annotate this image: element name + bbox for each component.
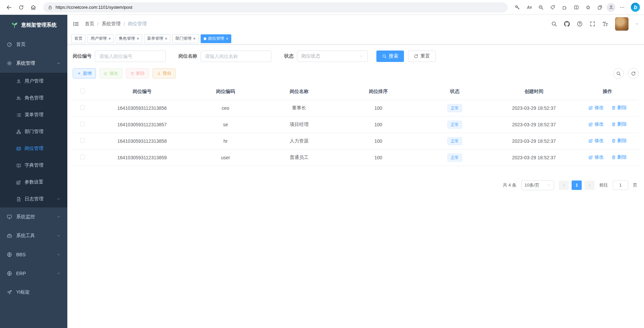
post-name-input[interactable] [201, 51, 271, 62]
row-checkbox[interactable] [80, 138, 85, 143]
list-icon [16, 112, 21, 118]
post-table: 岗位编号 岗位编码 岗位名称 岗位排序 状态 创建时间 操作 16410305 [73, 84, 639, 166]
search-button[interactable]: 搜索 [376, 51, 404, 62]
sidebar-item-department-management[interactable]: 部门管理 [0, 123, 67, 140]
sidebar-item-yi-framework[interactable]: Yi框架 [0, 283, 67, 302]
read-aloud-button[interactable] [524, 2, 534, 12]
page-content: 岗位编号 岗位名称 状态 岗位状态 搜索 重置 [67, 44, 644, 328]
close-icon[interactable]: × [193, 37, 196, 41]
row-edit-button[interactable]: 修改 [588, 105, 604, 111]
site-info-lock-icon[interactable] [48, 5, 53, 10]
status-select[interactable]: 岗位状态 [297, 51, 368, 62]
close-icon[interactable]: × [137, 37, 139, 41]
help-icon[interactable] [577, 21, 583, 27]
read-aloud-icon [527, 5, 532, 10]
export-button[interactable]: 导出 [152, 68, 176, 78]
add-button[interactable]: 新增 [73, 68, 96, 78]
fullscreen-icon[interactable] [589, 21, 596, 27]
sidebar-item-label: 菜单管理 [25, 112, 43, 118]
row-checkbox[interactable] [80, 122, 85, 126]
pager: 1 [559, 181, 595, 190]
header-search-icon[interactable] [551, 21, 557, 27]
reload-button[interactable] [16, 2, 26, 12]
sidebar-item-erp[interactable]: ERP [0, 264, 67, 283]
goto-page-input[interactable] [613, 181, 628, 190]
sidebar-item-bbs[interactable]: BBS [0, 245, 67, 264]
sidebar-item-dictionary-management[interactable]: 字典管理 [0, 157, 67, 174]
row-edit-button[interactable]: 修改 [588, 138, 604, 144]
tab-post-management[interactable]: 岗位管理 × [201, 34, 231, 43]
row-edit-button[interactable]: 修改 [588, 154, 604, 160]
col-header-status: 状态 [418, 84, 492, 100]
browser-home-button[interactable] [28, 2, 38, 12]
row-delete-button[interactable]: 删除 [611, 138, 627, 144]
sidebar-item-system-monitor[interactable]: 系统监控 [0, 207, 67, 226]
sidebar-item-post-management[interactable]: 岗位管理 [0, 140, 67, 157]
tab-menu-management[interactable]: 菜单管理 × [144, 34, 170, 43]
toggle-search-button[interactable] [613, 68, 624, 79]
book-icon [16, 163, 21, 168]
row-delete-label: 删除 [617, 121, 627, 127]
tab-user-management[interactable]: 用户管理 × [88, 34, 114, 43]
row-delete-button[interactable]: 删除 [611, 105, 627, 111]
address-bar[interactable]: https://ccnetcore.com:1101/system/post [43, 2, 508, 12]
row-delete-button[interactable]: 删除 [611, 154, 627, 160]
password-key-button[interactable] [512, 2, 522, 12]
github-icon[interactable] [564, 21, 570, 27]
user-menu-caret-icon[interactable] [635, 22, 639, 26]
edit-button-label: 修改 [109, 70, 118, 76]
page-1-button[interactable]: 1 [572, 181, 582, 190]
sidebar-collapse-icon[interactable] [73, 21, 79, 27]
post-code-input[interactable] [95, 51, 166, 62]
tab-department-management[interactable]: 部门管理 × [172, 34, 199, 43]
collections-button[interactable] [595, 2, 605, 12]
tab-home[interactable]: 首页 [71, 34, 86, 43]
split-screen-button[interactable] [571, 2, 581, 12]
browser-profile-avatar[interactable] [607, 3, 615, 12]
col-header-post-sort: 岗位排序 [339, 84, 418, 100]
close-icon[interactable]: × [165, 37, 167, 41]
sidebar-item-system-management[interactable]: 系统管理 [0, 54, 67, 73]
breadcrumb-home[interactable]: 首页 [85, 21, 94, 27]
sidebar-item-system-tools[interactable]: 系统工具 [0, 226, 67, 245]
user-avatar[interactable] [615, 17, 629, 31]
cell-created: 2023-03-29 18:52:37 [492, 116, 576, 133]
users-icon [16, 96, 21, 101]
chevron-down-icon [57, 271, 61, 275]
font-size-icon[interactable] [602, 21, 608, 27]
refresh-table-button[interactable] [628, 68, 639, 79]
sidebar-item-home[interactable]: 首页 [0, 35, 67, 54]
zoom-button[interactable] [536, 2, 546, 12]
dashboard-icon [7, 42, 12, 47]
sidebar-item-log-management[interactable]: 日志管理 [0, 191, 67, 207]
reset-button[interactable]: 重置 [408, 51, 436, 62]
sidebar-item-label: 岗位管理 [25, 145, 43, 152]
row-edit-button[interactable]: 修改 [588, 121, 604, 127]
browser-essentials-button[interactable] [548, 2, 558, 12]
row-checkbox[interactable] [80, 105, 85, 110]
favorites-button[interactable] [583, 2, 593, 12]
bing-icon[interactable]: b [631, 3, 640, 12]
next-page-button [584, 181, 595, 190]
close-icon[interactable]: × [108, 37, 111, 41]
page-size-select[interactable]: 10条/页 [521, 180, 554, 190]
sidebar-item-menu-management[interactable]: 菜单管理 [0, 106, 67, 123]
breadcrumb-separator: / [97, 21, 99, 27]
table-row: 1641030593112313858 hr 人力资源 100 正常 2023-… [73, 133, 639, 149]
back-button[interactable] [4, 2, 14, 12]
app-logo[interactable]: 意框架管理系统 [0, 15, 67, 35]
row-checkbox[interactable] [80, 155, 85, 159]
close-icon[interactable]: × [226, 37, 228, 41]
select-all-checkbox[interactable] [80, 89, 85, 93]
extensions-button[interactable] [560, 2, 570, 12]
browser-menu-button[interactable] [617, 2, 627, 12]
row-delete-button[interactable]: 删除 [611, 121, 627, 127]
breadcrumb-system[interactable]: 系统管理 [102, 21, 121, 27]
tab-role-management[interactable]: 角色管理 × [116, 34, 142, 43]
table-tools [613, 68, 639, 79]
sidebar-item-user-management[interactable]: 用户管理 [0, 73, 67, 90]
sidebar-item-label: 系统工具 [16, 233, 35, 239]
tab-label: 菜单管理 [147, 36, 163, 41]
sidebar-item-parameter-settings[interactable]: 参数设置 [0, 174, 67, 191]
sidebar-item-role-management[interactable]: 角色管理 [0, 90, 67, 106]
